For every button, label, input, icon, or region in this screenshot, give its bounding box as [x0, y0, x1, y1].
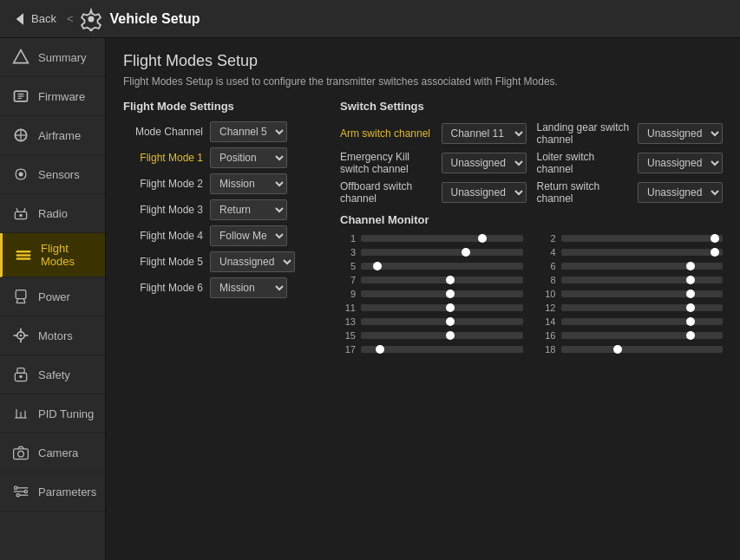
channel-indicator-15	[446, 331, 455, 340]
channel-indicator-7	[446, 276, 455, 284]
channel-monitor-label: Channel Monitor	[340, 213, 723, 226]
channel-indicator-3	[462, 248, 470, 257]
flight-mode-2-select[interactable]: MissionPositionAltitudeManualReturnFollo…	[210, 173, 287, 194]
svg-line-13	[16, 208, 18, 212]
loiter-switch-select[interactable]: UnassignedChannel 1Channel 2	[638, 153, 723, 173]
channel-indicator-10	[686, 290, 695, 298]
radio-icon	[10, 203, 31, 224]
svg-rect-15	[16, 251, 31, 253]
svg-rect-35	[14, 449, 29, 459]
channel-num-9: 9	[340, 289, 356, 299]
sidebar-label-camera: Camera	[38, 446, 78, 459]
sidebar-item-power[interactable]: Power	[0, 277, 105, 316]
sidebar-label-power: Power	[38, 290, 70, 303]
svg-rect-28	[17, 368, 24, 374]
sidebar-label-sensors: Sensors	[38, 168, 80, 181]
flight-mode-4-select[interactable]: Follow MePositionAltitudeManualMissionRe…	[210, 225, 287, 246]
sidebar-item-firmware[interactable]: Firmware	[0, 77, 105, 116]
channel-indicator-5	[373, 262, 382, 270]
landing-gear-switch-select[interactable]: UnassignedChannel 1Channel 2	[638, 123, 723, 144]
flight-mode-3-select[interactable]: ReturnPositionAltitudeManualMissionFollo…	[210, 199, 287, 220]
svg-rect-16	[16, 254, 31, 257]
airframe-icon	[10, 125, 31, 146]
mode-channel-select[interactable]: Channel 5 Channel 1Channel 2Channel 3 Ch…	[210, 121, 287, 142]
mode-channel-label: Mode Channel	[123, 126, 210, 138]
back-button[interactable]: Back	[10, 10, 56, 28]
flight-mode-1-row: Flight Mode 1 PositionAltitudeManualMiss…	[123, 147, 314, 168]
flight-mode-section-label: Flight Mode Settings	[123, 100, 314, 113]
sidebar-item-flight-modes[interactable]: Flight Modes	[0, 233, 105, 277]
sidebar-label-motors: Motors	[38, 329, 73, 342]
sidebar-item-airframe[interactable]: Airframe	[0, 116, 105, 155]
channel-row-4: 4	[540, 247, 724, 257]
flight-mode-4-label: Flight Mode 4	[123, 230, 210, 242]
channel-num-10: 10	[540, 289, 556, 299]
sidebar-label-safety: Safety	[38, 368, 70, 381]
arm-switch-select[interactable]: Channel 11UnassignedChannel 1Channel 2Ch…	[442, 123, 527, 144]
sidebar-item-radio[interactable]: Radio	[0, 194, 105, 233]
channel-num-15: 15	[340, 330, 356, 341]
svg-line-14	[23, 208, 25, 212]
sidebar-item-summary[interactable]: Summary	[0, 38, 105, 77]
channel-row-6: 6	[540, 261, 724, 271]
sidebar: Summary Firmware Airframe	[0, 38, 106, 560]
sidebar-item-camera[interactable]: Camera	[0, 433, 105, 472]
content-area: Flight Modes Setup Flight Modes Setup is…	[106, 38, 740, 560]
flight-mode-5-select[interactable]: UnassignedPositionAltitudeManualMissionR…	[210, 251, 295, 272]
page-header-title: Vehicle Setup	[110, 11, 200, 27]
channel-bar-6	[561, 263, 724, 270]
flight-mode-6-row: Flight Mode 6 MissionPositionAltitudeMan…	[123, 277, 314, 298]
sensors-icon	[10, 164, 31, 185]
channel-row-12: 12	[540, 303, 724, 313]
sidebar-item-sensors[interactable]: Sensors	[0, 155, 105, 194]
svg-marker-0	[16, 13, 23, 24]
sidebar-item-parameters[interactable]: Parameters	[0, 472, 105, 511]
channel-indicator-8	[686, 276, 695, 284]
flight-mode-4-row: Flight Mode 4 Follow MePositionAltitudeM…	[123, 225, 314, 246]
channel-num-11: 11	[340, 303, 356, 313]
emergency-kill-switch-row: Emergency Kill switch channel Unassigned…	[340, 151, 527, 175]
channel-row-17: 17	[340, 344, 523, 355]
flight-mode-1-select[interactable]: PositionAltitudeManualMissionReturnFollo…	[210, 147, 287, 168]
channel-num-17: 17	[340, 344, 356, 355]
channel-num-4: 4	[540, 247, 556, 257]
channel-row-5: 5	[340, 261, 523, 271]
svg-line-19	[16, 299, 18, 303]
offboard-switch-select[interactable]: UnassignedChannel 1Channel 2	[442, 182, 527, 203]
channel-indicator-2	[711, 234, 719, 243]
back-arrow-icon	[10, 10, 28, 28]
channel-indicator-14	[686, 317, 695, 326]
vehicle-setup-icon	[79, 7, 103, 31]
sidebar-label-flight-modes: Flight Modes	[41, 242, 95, 268]
power-icon	[10, 286, 31, 307]
page-description: Flight Modes Setup is used to configure …	[123, 75, 723, 88]
channel-num-13: 13	[340, 316, 356, 327]
flight-mode-2-row: Flight Mode 2 MissionPositionAltitudeMan…	[123, 173, 314, 194]
svg-point-12	[19, 214, 22, 217]
sidebar-item-motors[interactable]: Motors	[0, 316, 105, 355]
settings-row: Flight Mode Settings Mode Channel Channe…	[123, 100, 723, 355]
channel-row-9: 9	[340, 289, 523, 299]
sidebar-item-pid-tuning[interactable]: PID Tuning	[0, 394, 105, 433]
channel-indicator-16	[686, 331, 695, 340]
sidebar-item-safety[interactable]: Safety	[0, 355, 105, 394]
camera-icon	[10, 442, 31, 463]
offboard-switch-row: Offboard switch channel UnassignedChanne…	[340, 180, 527, 205]
back-label: Back	[31, 12, 56, 25]
flight-mode-3-label: Flight Mode 3	[123, 204, 210, 216]
emergency-kill-switch-label: Emergency Kill switch channel	[340, 151, 436, 175]
emergency-kill-switch-select[interactable]: UnassignedChannel 1Channel 2	[442, 153, 527, 173]
return-switch-select[interactable]: UnassignedChannel 1Channel 2	[638, 182, 723, 203]
svg-marker-2	[14, 50, 29, 63]
channel-num-12: 12	[540, 303, 556, 313]
channel-num-2: 2	[540, 233, 556, 244]
channel-bar-8	[561, 277, 724, 283]
channel-num-18: 18	[540, 344, 556, 355]
flight-mode-settings: Flight Mode Settings Mode Channel Channe…	[123, 100, 314, 355]
flight-mode-6-select[interactable]: MissionPositionAltitudeManualReturnFollo…	[210, 277, 287, 298]
channel-row-10: 10	[540, 289, 724, 299]
channel-bar-4	[561, 249, 724, 256]
channel-indicator-18	[613, 345, 622, 354]
flight-mode-3-row: Flight Mode 3 ReturnPositionAltitudeManu…	[123, 199, 314, 220]
channel-bar-1	[361, 235, 523, 242]
